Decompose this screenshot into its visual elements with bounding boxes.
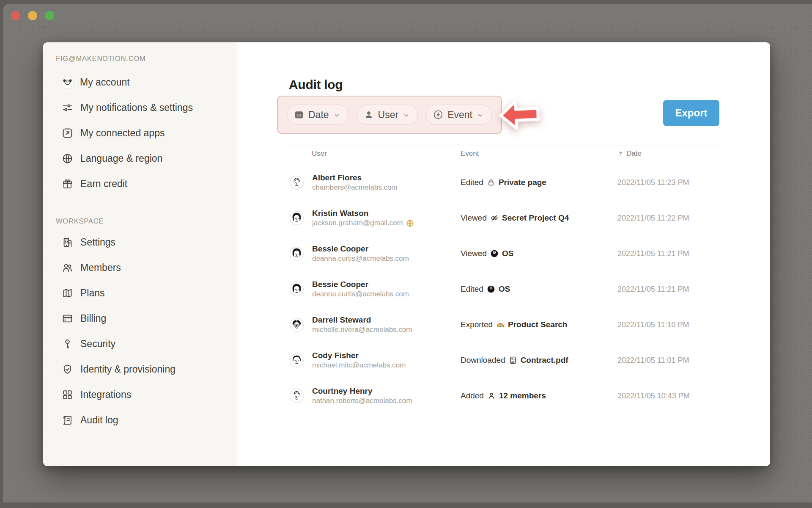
user-avatar bbox=[290, 282, 304, 296]
user-name: Darrell Steward bbox=[312, 315, 412, 325]
event-verb: Edited bbox=[461, 178, 483, 187]
chevron-down-icon bbox=[477, 112, 484, 119]
sidebar-item-label: My account bbox=[80, 77, 130, 88]
filter-pill[interactable]: User bbox=[357, 105, 418, 125]
sidebar-item-icon bbox=[62, 313, 73, 324]
user-cell: Bessie Cooper deanna.curtis@acmelabs.com bbox=[289, 244, 461, 263]
sidebar-item-label: Language & region bbox=[80, 153, 162, 164]
event-cell: Edited 8 OS bbox=[461, 284, 617, 294]
date-cell: 2022/11/05 10:43 PM bbox=[617, 392, 719, 400]
sidebar-item-icon bbox=[61, 76, 74, 89]
sidebar-item-icon bbox=[62, 364, 73, 375]
annotation-arrow-left-icon bbox=[497, 97, 541, 132]
sidebar-item[interactable]: My connected apps bbox=[43, 120, 237, 146]
audit-table-row: Cody Fisher michael.mitc@acmelabs.com Do… bbox=[289, 342, 719, 378]
chevron-down-icon bbox=[403, 112, 410, 119]
column-header-date-label: Date bbox=[626, 149, 642, 158]
sidebar-item-label: Billing bbox=[80, 313, 106, 324]
filter-pill-icon bbox=[433, 110, 443, 120]
event-verb: Exported bbox=[461, 320, 493, 329]
user-name: Courtney Henry bbox=[312, 386, 412, 396]
table-body: Albert Flores chambers@acmelabs.com Edit… bbox=[289, 161, 719, 414]
user-name: Kristin Watson bbox=[312, 208, 414, 218]
sidebar-item-label: Plans bbox=[80, 287, 105, 299]
filter-pill-label: Event bbox=[447, 109, 472, 121]
guest-globe-icon bbox=[406, 219, 414, 227]
filter-pill[interactable]: Event bbox=[426, 105, 492, 125]
user-avatar bbox=[290, 389, 304, 403]
user-email: jackson.graham@gmail.com bbox=[312, 218, 414, 228]
chevron-down-icon bbox=[333, 112, 340, 119]
sidebar-item[interactable]: Settings bbox=[43, 229, 237, 255]
sidebar-item-icon bbox=[62, 178, 73, 190]
event-object-icon bbox=[496, 320, 505, 329]
export-button[interactable]: Export bbox=[663, 100, 719, 126]
date-cell: 2022/11/05 11:23 PM bbox=[617, 178, 719, 187]
event-object-icon bbox=[487, 178, 495, 187]
event-object-icon: 8 bbox=[487, 285, 495, 293]
close-button[interactable] bbox=[11, 11, 20, 20]
user-email: nathan.roberts@acmelabs.com bbox=[312, 396, 412, 406]
table-header-row: User Event Date bbox=[289, 146, 719, 161]
minimize-button[interactable] bbox=[28, 11, 37, 20]
event-object-icon: 8 bbox=[490, 249, 499, 258]
filter-toolbar: Date User Event Export bbox=[289, 96, 719, 134]
sidebar-item[interactable]: Audit log bbox=[43, 407, 237, 433]
user-name: Bessie Cooper bbox=[312, 244, 409, 254]
event-object: Secret Project Q4 bbox=[502, 213, 569, 223]
svg-text:8: 8 bbox=[494, 251, 495, 254]
event-object-icon bbox=[509, 356, 517, 364]
filter-pill-label: User bbox=[378, 109, 399, 121]
column-header-event: Event bbox=[461, 149, 617, 158]
audit-table-row: Courtney Henry nathan.roberts@acmelabs.c… bbox=[289, 378, 719, 414]
audit-log-page: Audit log Date User Event Export User Ev… bbox=[237, 42, 770, 466]
sidebar-item-label: My notifications & settings bbox=[80, 102, 193, 113]
event-object-icon bbox=[490, 214, 499, 222]
user-avatar bbox=[290, 211, 304, 225]
sidebar-item[interactable]: My account bbox=[43, 69, 237, 95]
sidebar-item[interactable]: Plans bbox=[43, 280, 237, 306]
sidebar-item[interactable]: Members bbox=[43, 255, 237, 280]
settings-sidebar: FIG@MAKENOTION.COM My account My notific… bbox=[43, 42, 237, 466]
sidebar-item[interactable]: Identity & provisioning bbox=[43, 356, 237, 382]
sidebar-item[interactable]: Security bbox=[43, 331, 237, 356]
event-object: 12 members bbox=[499, 391, 546, 400]
user-email: michelle.rivera@acmelabs.com bbox=[312, 325, 412, 334]
sidebar-item-icon bbox=[62, 287, 73, 299]
user-avatar bbox=[290, 353, 304, 367]
sidebar-item-icon bbox=[62, 102, 73, 113]
event-object: OS bbox=[499, 284, 510, 294]
column-header-user: User bbox=[289, 149, 461, 158]
sidebar-item[interactable]: Language & region bbox=[43, 146, 237, 171]
event-object: Product Search bbox=[508, 320, 567, 329]
sidebar-item[interactable]: Integrations bbox=[43, 382, 237, 407]
event-cell: Viewed Secret Project Q4 bbox=[461, 213, 617, 223]
sidebar-item-icon bbox=[62, 127, 73, 139]
event-cell: Edited Private page bbox=[461, 178, 617, 187]
event-cell: Viewed 8 OS bbox=[461, 249, 617, 258]
date-cell: 2022/11/05 11:01 PM bbox=[617, 356, 719, 365]
date-cell: 2022/11/05 11:22 PM bbox=[617, 214, 719, 223]
svg-text:8: 8 bbox=[490, 287, 492, 289]
user-cell: Darrell Steward michelle.rivera@acmelabs… bbox=[289, 315, 461, 334]
event-cell: Exported Product Search bbox=[461, 320, 617, 329]
audit-table-row: Albert Flores chambers@acmelabs.com Edit… bbox=[289, 165, 719, 200]
sidebar-item[interactable]: My notifications & settings bbox=[43, 95, 237, 120]
audit-table-row: Kristin Watson jackson.graham@gmail.com … bbox=[289, 200, 719, 236]
column-header-date-sortable[interactable]: Date bbox=[617, 149, 719, 158]
user-avatar bbox=[290, 318, 304, 332]
settings-window: FIG@MAKENOTION.COM My account My notific… bbox=[43, 42, 770, 466]
sidebar-item-icon bbox=[62, 389, 73, 400]
window-controls bbox=[11, 11, 54, 20]
user-cell: Kristin Watson jackson.graham@gmail.com bbox=[289, 208, 461, 228]
user-name: Cody Fisher bbox=[312, 351, 406, 361]
sidebar-item[interactable]: Billing bbox=[43, 306, 237, 331]
filter-pill[interactable]: Date bbox=[287, 105, 348, 125]
user-cell: Albert Flores chambers@acmelabs.com bbox=[289, 173, 461, 192]
date-cell: 2022/11/05 11:10 PM bbox=[617, 320, 719, 329]
zoom-button[interactable] bbox=[45, 11, 54, 20]
sidebar-item[interactable]: Earn credit bbox=[43, 171, 237, 196]
event-object: OS bbox=[502, 249, 513, 258]
workspace-section-header: WORKSPACE bbox=[56, 216, 237, 226]
user-email: michael.mitc@acmelabs.com bbox=[312, 361, 406, 370]
